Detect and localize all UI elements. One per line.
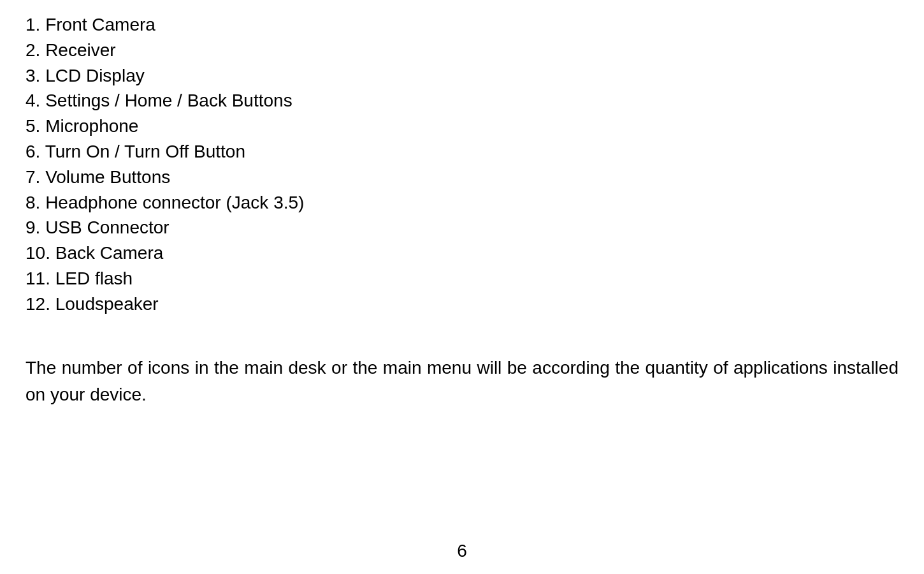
- list-item-10: 10. Back Camera: [25, 241, 899, 265]
- components-list: 1. Front Camera 2. Receiver 3. LCD Displ…: [25, 13, 899, 316]
- list-item-4: 4. Settings / Home / Back Buttons: [25, 89, 899, 113]
- list-item-11: 11. LED flash: [25, 267, 899, 291]
- list-item-9: 9. USB Connector: [25, 216, 899, 240]
- list-item-7: 7. Volume Buttons: [25, 165, 899, 189]
- page-number: 6: [457, 541, 467, 561]
- list-item-2: 2. Receiver: [25, 38, 899, 63]
- list-item-12: 12. Loudspeaker: [25, 292, 899, 316]
- info-paragraph: The number of icons in the main desk or …: [25, 355, 899, 408]
- list-item-8: 8. Headphone connector (Jack 3.5): [25, 191, 899, 215]
- list-item-6: 6. Turn On / Turn Off Button: [25, 140, 899, 164]
- list-item-3: 3. LCD Display: [25, 64, 899, 88]
- page-content: 1. Front Camera 2. Receiver 3. LCD Displ…: [0, 0, 924, 421]
- list-item-5: 5. Microphone: [25, 114, 899, 138]
- list-item-1: 1. Front Camera: [25, 13, 899, 37]
